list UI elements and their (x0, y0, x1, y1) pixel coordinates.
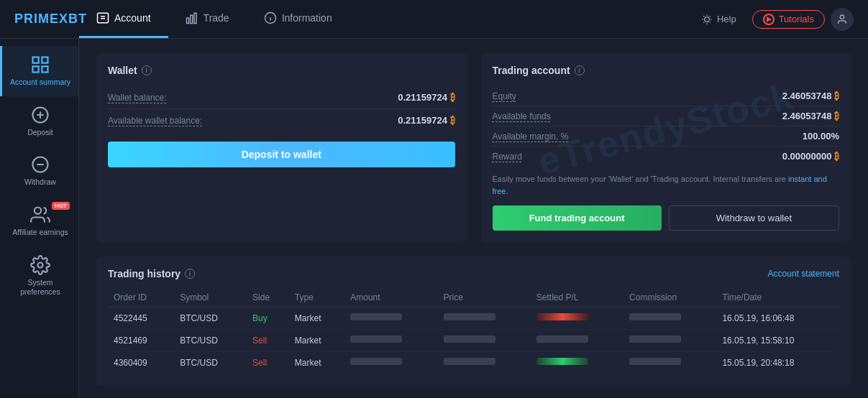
type-1: Market (289, 307, 344, 330)
tab-trade[interactable]: Trade (168, 0, 247, 38)
commission-1: —————— (623, 307, 716, 330)
tab-information-label: Information (282, 12, 332, 24)
table-row: 4521469 BTC/USD Sell Market —————— —————… (108, 330, 839, 352)
withdraw-to-wallet-button[interactable]: Withdraw to wallet (669, 205, 839, 231)
reward-label[interactable]: Reward (493, 152, 522, 162)
commission-2: —————— (623, 330, 716, 352)
svg-rect-4 (190, 15, 192, 23)
time-3: 15.05.19, 20:48:18 (716, 352, 839, 374)
trading-history-info-icon[interactable]: i (185, 269, 195, 279)
trading-rows: Equity 2.46053748 ₿ Available funds 2.46… (493, 86, 840, 166)
account-summary-label: Account summary (10, 78, 70, 88)
system-preferences-label: System preferences (9, 278, 71, 297)
wallet-balance-label[interactable]: Wallet balance: (108, 93, 167, 103)
pl-2: —————— (531, 330, 623, 352)
table-row: 4522445 BTC/USD Buy Market —————— ——————… (108, 307, 839, 330)
col-symbol: Symbol (174, 288, 247, 307)
equity-label[interactable]: Equity (493, 91, 516, 101)
wallet-title-text: Wallet (108, 65, 137, 76)
equity-value: 2.46053748 ₿ (782, 91, 839, 101)
wallet-info-icon[interactable]: i (142, 65, 152, 75)
top-navigation: PRIMEXBT Account Trade Information (0, 0, 868, 39)
withdraw-label: Withdraw (24, 177, 56, 188)
available-funds-label[interactable]: Available funds (493, 111, 551, 121)
tutorials-button[interactable]: Tutorials (752, 10, 825, 29)
sidebar-item-withdraw[interactable]: Withdraw (0, 146, 78, 196)
col-price: Price (438, 288, 531, 307)
sidebar-item-deposit[interactable]: Deposit (0, 96, 78, 147)
fund-trading-account-button[interactable]: Fund trading account (493, 205, 662, 231)
amount-3: —————— (344, 352, 437, 374)
account-statement-link[interactable]: Account statement (768, 269, 839, 279)
help-label: Help (717, 14, 736, 24)
svg-point-7 (705, 17, 710, 22)
svg-rect-12 (42, 66, 47, 72)
col-side: Side (247, 288, 289, 307)
trading-actions: Fund trading account Withdraw to wallet (493, 205, 840, 231)
time-2: 16.05.19, 15:58:10 (716, 330, 839, 352)
play-icon (763, 14, 775, 25)
col-order-id: Order ID (108, 288, 174, 307)
svg-point-15 (35, 207, 41, 213)
time-1: 16.05.19, 16:06:48 (716, 307, 839, 330)
table-header: Order ID Symbol Side Type Amount Price S… (108, 288, 839, 307)
svg-rect-3 (186, 18, 188, 24)
sidebar-item-system-preferences[interactable]: System preferences (0, 246, 78, 306)
affiliate-icon (30, 205, 50, 225)
order-id-1: 4522445 (108, 307, 174, 330)
type-2: Market (289, 330, 344, 352)
help-button[interactable]: Help (691, 9, 746, 29)
side-2: Sell (247, 330, 289, 352)
account-summary-icon (30, 55, 50, 75)
tab-information[interactable]: Information (247, 0, 350, 38)
play-triangle (767, 17, 772, 22)
nav-right: Help Tutorials (677, 8, 868, 31)
col-commission: Commission (623, 288, 716, 307)
system-preferences-icon (30, 255, 50, 275)
trading-account-panel: eTrendyStock Trading account i Equity 2.… (481, 53, 851, 242)
amount-1: —————— (344, 307, 437, 330)
price-3: —————— (438, 352, 531, 374)
svg-rect-9 (33, 57, 39, 63)
logo-prime: PRIME (14, 11, 59, 27)
withdraw-icon (30, 154, 50, 175)
available-balance-label[interactable]: Available wallet balance: (108, 116, 202, 126)
available-balance-row: Available wallet balance: 0.21159724 ₿ (108, 109, 455, 131)
col-time-date: Time/Date (716, 288, 839, 307)
pl-3: —————— (531, 352, 623, 374)
trading-account-info-icon[interactable]: i (575, 65, 585, 75)
reward-row: Reward 0.00000000 ₿ (493, 147, 840, 166)
history-header: Trading history i Account statement (108, 268, 839, 279)
svg-rect-11 (33, 66, 39, 72)
symbol-2: BTC/USD (174, 330, 247, 352)
symbol-3: BTC/USD (174, 352, 247, 374)
tab-account[interactable]: Account (79, 0, 168, 38)
col-settled-pl: Settled P/L (531, 288, 623, 307)
account-tab-icon (96, 11, 109, 24)
available-margin-value: 100.00% (803, 131, 839, 142)
sidebar-item-account-summary[interactable]: Account summary (0, 46, 78, 96)
wallet-panel: Wallet i Wallet balance: 0.21159724 ₿ Av… (96, 53, 467, 242)
main-layout: Account summary Deposit Withdraw (0, 39, 868, 398)
user-profile-button[interactable] (831, 8, 854, 31)
help-icon (701, 14, 713, 25)
pl-1: —————— (531, 307, 623, 330)
tab-account-label: Account (114, 12, 151, 24)
sidebar: Account summary Deposit Withdraw (0, 39, 79, 398)
trading-history-table: Order ID Symbol Side Type Amount Price S… (108, 288, 839, 374)
trade-tab-icon (186, 11, 198, 24)
reward-value: 0.00000000 ₿ (782, 151, 839, 162)
trading-history-section: Trading history i Account statement Orde… (96, 256, 851, 385)
deposit-to-wallet-button[interactable]: Deposit to wallet (108, 142, 455, 167)
available-funds-row: Available funds 2.46053748 ₿ (493, 106, 840, 126)
instant-free-link[interactable]: instant and free. (493, 175, 827, 195)
wallet-balance-row: Wallet balance: 0.21159724 ₿ (108, 86, 455, 109)
svg-point-8 (840, 15, 844, 19)
svg-rect-5 (194, 13, 196, 23)
available-margin-label[interactable]: Available margin, % (493, 131, 569, 142)
wallet-balance-value: 0.21159724 ₿ (398, 92, 454, 103)
deposit-label: Deposit (27, 128, 53, 138)
hot-badge: HOT (52, 202, 70, 210)
sidebar-item-affiliate[interactable]: HOT Affiliate earnings (0, 196, 78, 246)
symbol-1: BTC/USD (174, 307, 247, 330)
